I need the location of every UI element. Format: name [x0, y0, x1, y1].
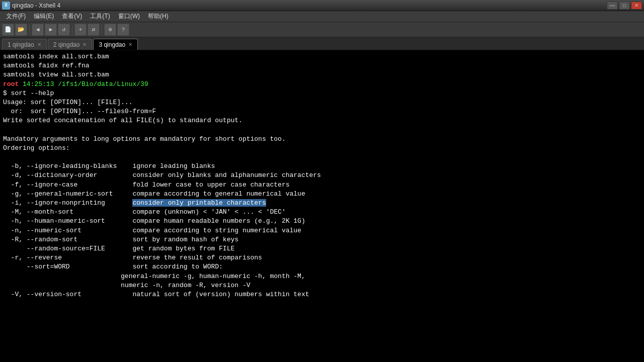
terminal[interactable]: samtools index all.sort.bam samtools fai… — [0, 50, 644, 362]
term-line-25: numeric -n, random -R, version -V — [3, 281, 641, 290]
tab-2-label: 2 qingdao — [53, 41, 80, 48]
menu-window[interactable]: 窗口(W) — [114, 11, 144, 22]
titlebar: X qingdao - Xshell 4 — □ ✕ — [0, 0, 644, 11]
term-line-18: -h, --human-numeric-sort compare human r… — [3, 217, 641, 226]
toolbar-back[interactable]: ◀ — [32, 24, 44, 36]
term-line-21: --random-source=FILE get random bytes fr… — [3, 244, 641, 253]
toolbar-sep-2 — [72, 25, 72, 35]
term-line-13: -d, --dictionary-order consider only bla… — [3, 171, 641, 180]
term-line-22: -r, --reverse reverse the result of comp… — [3, 253, 641, 262]
menu-edit[interactable]: 编辑(E) — [30, 11, 58, 22]
term-line-12: -b, --ignore-leading-blanks ignore leadi… — [3, 162, 641, 171]
term-line-4: $ sort --help — [3, 89, 641, 98]
minimize-button[interactable]: — — [607, 2, 618, 10]
menubar: 文件(F) 编辑(E) 查看(V) 工具(T) 窗口(W) 帮助(H) — [0, 11, 644, 22]
term-line-24: general-numeric -g, human-numeric -h, mo… — [3, 272, 641, 281]
tab-2-close[interactable]: ✕ — [83, 42, 87, 47]
close-button[interactable]: ✕ — [631, 2, 642, 10]
maximize-button[interactable]: □ — [619, 2, 630, 10]
menu-file[interactable]: 文件(F) — [2, 11, 30, 22]
term-line-5: Usage: sort [OPTION]... [FILE]... — [3, 98, 641, 107]
tab-1-label: 1 qingdao — [8, 41, 34, 48]
term-line-9: Mandatory arguments to long options are … — [3, 135, 641, 144]
menu-view[interactable]: 查看(V) — [58, 11, 86, 22]
term-line-6: or: sort [OPTION]... --files0-from=F — [3, 107, 641, 116]
highlight-printable-chars: consider only printable characters — [132, 199, 266, 207]
menu-tools[interactable]: 工具(T) — [86, 11, 114, 22]
term-line-1: samtools faidx ref.fna — [3, 61, 641, 70]
tab-1-close[interactable]: ✕ — [37, 42, 41, 47]
menu-help[interactable]: 帮助(H) — [144, 11, 173, 22]
toolbar-new[interactable]: 📄 — [2, 24, 14, 36]
term-line-0: samtools index all.sort.bam — [3, 52, 641, 61]
toolbar-reconnect[interactable]: ↺ — [58, 24, 70, 36]
prompt-root: root — [3, 80, 19, 88]
term-line-7: Write sorted concatenation of all FILE(s… — [3, 116, 641, 125]
term-line-23: --sort=WORD sort according to WORD: — [3, 262, 641, 272]
tab-3[interactable]: 3 qingdao ✕ — [93, 39, 138, 50]
toolbar: 📄 📂 ◀ ▶ ↺ + ⇄ ⚙ ? — [0, 22, 644, 37]
term-line-26: -V, --version-sort natural sort of (vers… — [3, 290, 641, 299]
term-line-14: -f, --ignore-case fold lower case to upp… — [3, 180, 641, 190]
term-line-2: samtools tview all.sort.bam — [3, 70, 641, 79]
app-icon: X — [2, 2, 10, 10]
tab-2[interactable]: 2 qingdao ✕ — [48, 39, 93, 50]
term-line-19: -n, --numeric-sort compare according to … — [3, 226, 641, 235]
toolbar-open[interactable]: 📂 — [15, 24, 27, 36]
term-line-11 — [3, 153, 641, 162]
term-line-15: -g, --general-numeric-sort compare accor… — [3, 190, 641, 199]
prompt-time: 14:25:13 /ifs1/Bio/data/Linux/39 — [19, 80, 148, 88]
term-line-20: -R, --random-sort sort by random hash of… — [3, 235, 641, 244]
toolbar-forward[interactable]: ▶ — [45, 24, 57, 36]
term-line-8 — [3, 126, 641, 135]
term-line-10: Ordering options: — [3, 144, 641, 153]
toolbar-sep-1 — [29, 25, 30, 35]
titlebar-left: X qingdao - Xshell 4 — [2, 2, 60, 10]
toolbar-transfer[interactable]: ⇄ — [88, 24, 100, 36]
window-title: qingdao - Xshell 4 — [12, 2, 60, 9]
term-line-3: root 14:25:13 /ifs1/Bio/data/Linux/39 — [3, 80, 641, 89]
toolbar-settings[interactable]: ⚙ — [104, 24, 116, 36]
term-line-16: -i, --ignore-nonprinting consider only p… — [3, 199, 641, 208]
toolbar-sep-3 — [102, 25, 102, 35]
tab-3-label: 3 qingdao — [99, 41, 125, 48]
term-line-17: -M, --month-sort compare (unknown) < 'JA… — [3, 208, 641, 217]
tab-1[interactable]: 1 qingdao ✕ — [2, 39, 47, 50]
window-controls: — □ ✕ — [607, 2, 642, 10]
tabbar: 1 qingdao ✕ 2 qingdao ✕ 3 qingdao ✕ — [0, 37, 644, 50]
toolbar-newterm[interactable]: + — [74, 24, 87, 36]
tab-3-close[interactable]: ✕ — [128, 42, 132, 47]
toolbar-help[interactable]: ? — [117, 24, 129, 36]
